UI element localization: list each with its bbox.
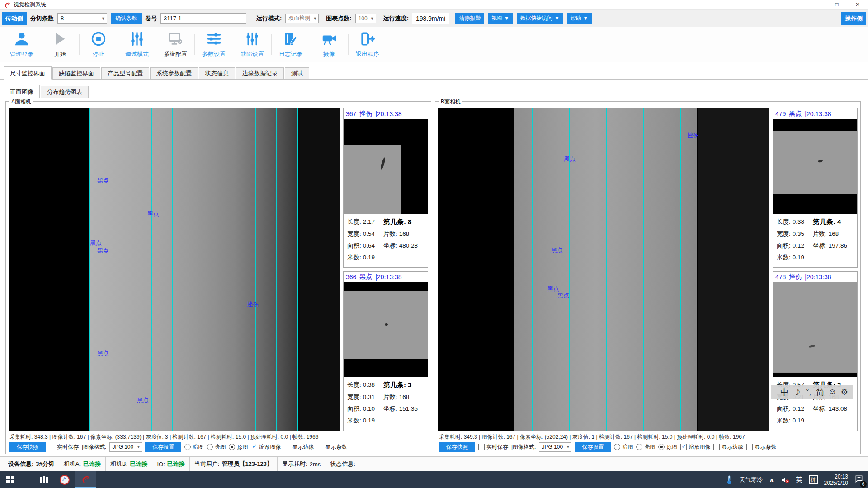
toolbar-item-defect-settings[interactable]: 缺陷设置 <box>234 31 270 58</box>
toolbar-item-system-config[interactable]: 系统配置 <box>157 31 193 58</box>
toolbar-item-start[interactable]: 开始 <box>42 31 78 58</box>
ime-lang-chinese[interactable]: 中 <box>779 387 790 398</box>
tab-edge-data[interactable]: 边缘数据记录 <box>236 67 284 79</box>
toolbar-item-stop[interactable]: 停止 <box>80 31 117 58</box>
ime-language-bar: 中☽°,简☺⚙ <box>771 385 853 399</box>
start-button[interactable] <box>0 471 21 488</box>
transmission-side-button[interactable]: 传动侧 <box>2 12 27 25</box>
image-format-combo[interactable]: JPG 100 ▼ <box>109 442 142 452</box>
ime-settings-button[interactable]: ⚙ <box>839 387 850 397</box>
tab-product-config[interactable]: 产品型号配置 <box>101 67 149 79</box>
defect-stats: 长度:0.38 第几条:4 宽度:0.35 片数:168 面积:0.12 坐标:… <box>773 214 857 267</box>
chevron-down-icon: ▼ <box>313 16 317 21</box>
slit-count-combo[interactable]: 8 ▼ <box>57 13 107 24</box>
inspection-image: 挫伤黑点黑点黑点黑点 <box>438 108 769 431</box>
defect-thumbnail[interactable] <box>773 119 857 214</box>
checkbox-show-count[interactable]: 显示条数 <box>746 443 776 451</box>
minimize-button[interactable]: ─ <box>806 0 826 10</box>
save-snapshot-button[interactable]: 保存快照 <box>9 442 46 452</box>
toolbar-item-exit-program[interactable]: 退出程序 <box>349 31 386 58</box>
maximize-button[interactable]: □ <box>826 0 847 10</box>
task-view-button[interactable] <box>33 471 54 488</box>
radio-dark-image[interactable]: 暗图 <box>614 443 633 451</box>
confirm-count-button[interactable]: 确认条数 <box>111 13 142 24</box>
toolbar-item-label: 退出程序 <box>356 50 379 58</box>
toolbar-separator <box>233 34 233 55</box>
defect-thumbnail[interactable] <box>344 282 428 377</box>
checkbox-zoom-image[interactable]: 缩放图像 <box>680 443 710 451</box>
app-logo-icon <box>80 474 90 484</box>
ime-drag-handle[interactable] <box>774 388 776 397</box>
close-button[interactable]: ✕ <box>847 0 868 10</box>
thumb-material <box>344 145 401 214</box>
slit-count-label: 分切条数 <box>30 14 54 23</box>
toolbar-item-param-settings[interactable]: 参数设置 <box>196 31 232 58</box>
defect-id: 478 <box>775 273 786 281</box>
save-settings-button[interactable]: 保存设置 <box>575 442 611 452</box>
checkbox-show-edge[interactable]: 显示边缘 <box>713 443 743 451</box>
sliders-v-icon <box>129 31 145 49</box>
language-indicator[interactable]: 英 <box>796 476 802 484</box>
task-view-icon <box>40 476 48 483</box>
view-menu-button[interactable]: 视图 ▼ <box>488 13 513 24</box>
notification-center-button[interactable]: 6 <box>854 474 863 485</box>
checkbox-show-edge[interactable]: 显示边缘 <box>284 443 314 451</box>
radio-dark-image[interactable]: 暗图 <box>184 443 203 451</box>
image-format-combo[interactable]: JPG 100 ▼ <box>539 442 571 452</box>
roll-number-input[interactable] <box>160 13 246 24</box>
operation-side-button[interactable]: 操作侧 <box>841 12 866 25</box>
camera-title: B面相机 <box>439 98 462 106</box>
toolbar-item-admin-login[interactable]: 管理登录 <box>4 31 40 58</box>
toolbar-separator <box>348 34 349 55</box>
thumb-material <box>773 282 857 373</box>
hidden-icons-chevron[interactable]: ∧ <box>769 476 774 483</box>
image-defect-label: 挫伤 <box>247 300 259 309</box>
data-quick-access-button[interactable]: 数据快捷访问 ▼ <box>517 13 563 24</box>
save-snapshot-button[interactable]: 保存快照 <box>439 442 475 452</box>
play-icon <box>52 31 68 49</box>
defect-thumbnail[interactable] <box>773 282 857 377</box>
run-mode-combo[interactable]: 双面检测 ▼ <box>285 14 319 23</box>
toolbar-item-label: 摄像 <box>323 50 335 58</box>
camera-b-panel: B面相机 挫伤黑点黑点黑点黑点 479 黑点 |20:13:38 <box>435 101 861 454</box>
ime-simplified-toggle[interactable]: 简 <box>815 387 826 398</box>
tab-test[interactable]: 测试 <box>285 67 309 79</box>
toolbar-item-capture[interactable]: 摄像 <box>311 31 347 58</box>
vision-app-taskbar-button[interactable] <box>75 471 96 488</box>
radio-bright-image[interactable]: 亮图 <box>636 443 655 451</box>
checkbox-show-count[interactable]: 显示条数 <box>317 443 347 451</box>
tab-status-info[interactable]: 状态信息 <box>199 67 235 79</box>
snipping-tool-button[interactable] <box>54 471 75 488</box>
ime-fullwidth-toggle[interactable]: ☽ <box>791 387 802 397</box>
device-info-value: 3#分切 <box>36 460 54 468</box>
save-settings-button[interactable]: 保存设置 <box>145 442 181 452</box>
weather-widget[interactable]: 天气寒冷 <box>739 476 763 484</box>
exit-icon <box>359 31 376 49</box>
subtab-front-image[interactable]: 正面图像 <box>4 85 40 98</box>
radio-original-image[interactable]: 原图 <box>229 443 248 451</box>
realtime-save-checkbox[interactable]: 实时保存 <box>49 443 79 451</box>
toolbar-item-log-record[interactable]: 日志记录 <box>273 31 309 58</box>
radio-bright-image[interactable]: 亮图 <box>207 443 226 451</box>
clear-alarm-button[interactable]: 清除报警 <box>455 13 484 24</box>
ime-emoji-button[interactable]: ☺ <box>827 387 838 397</box>
defect-stats: 长度:2.17 第几条:8 宽度:0.54 片数:168 面积:0.64 坐标:… <box>344 214 428 267</box>
display-time-label: 显示耗时: <box>282 460 307 468</box>
help-menu-button[interactable]: 帮助 ▼ <box>567 13 592 24</box>
realtime-save-checkbox[interactable]: 实时保存 <box>478 443 508 451</box>
subtab-trend-chart[interactable]: 分布趋势图表 <box>41 86 89 98</box>
chart-points-combo[interactable]: 100 ▼ <box>355 14 376 23</box>
defect-thumbnail[interactable] <box>344 119 428 214</box>
ime-punctuation-toggle[interactable]: °, <box>803 387 814 397</box>
clock[interactable]: 20:13 2025/2/10 <box>824 474 848 486</box>
camera-title: A面相机 <box>9 98 33 106</box>
defect-time: |20:13:38 <box>805 273 831 281</box>
toolbar-item-debug-mode[interactable]: 调试模式 <box>119 31 155 58</box>
tab-defect-monitor[interactable]: 缺陷监控界面 <box>52 67 100 79</box>
tab-size-monitor[interactable]: 尺寸监控界面 <box>4 66 52 80</box>
speaker-muted-icon[interactable] <box>781 476 790 484</box>
tab-system-params[interactable]: 系统参数配置 <box>150 67 198 79</box>
radio-original-image[interactable]: 原图 <box>658 443 677 451</box>
ime-mode-indicator[interactable]: 拼 <box>809 475 818 484</box>
checkbox-zoom-image[interactable]: 缩放图像 <box>251 443 281 451</box>
